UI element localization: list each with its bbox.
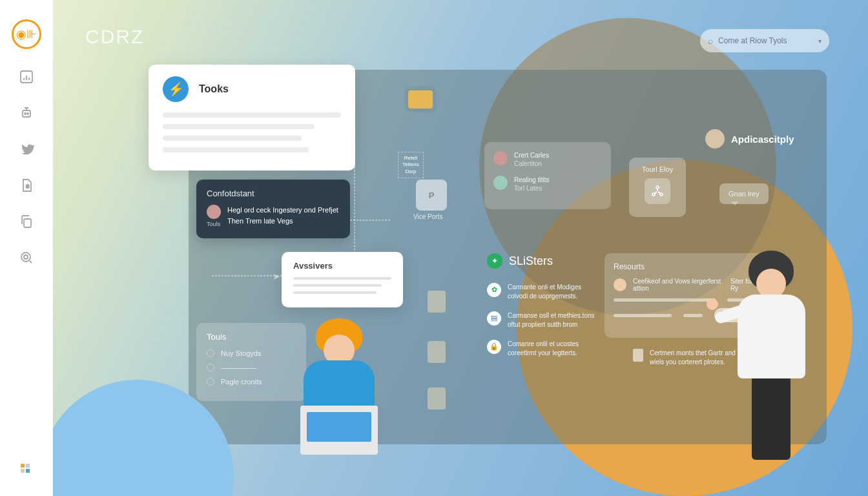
person-row[interactable]: Realing tititsTorl Lates: [493, 176, 602, 192]
card-title: Tourl Eloy: [637, 165, 678, 173]
doc-icon: [428, 341, 446, 363]
list-item[interactable]: 🔒Comanre onlil et ucostes coreetlrmt you…: [487, 340, 597, 358]
progress-bar: [683, 314, 703, 317]
doc-icon[interactable]: S: [18, 177, 35, 194]
card-title: Avssivers: [293, 261, 391, 271]
svg-point-12: [656, 186, 659, 189]
avatar: [614, 278, 626, 291]
doc-icon: [428, 388, 446, 409]
svg-rect-11: [26, 469, 30, 473]
sidebar: ◉⊪ S: [0, 0, 53, 496]
card-title: Confotdstant: [207, 189, 340, 198]
svg-rect-1: [23, 110, 30, 117]
list-item[interactable]: ✿Carmante onli et Modiges colvodi de uop…: [487, 283, 597, 301]
radio-icon: [207, 349, 214, 357]
placeholder-line: [293, 277, 391, 280]
avatar-label: Touls: [207, 220, 221, 229]
tools-list: Touls Nuy Stogyds ————— Pagle cronits: [196, 323, 306, 401]
leaf-icon: ✿: [487, 283, 501, 297]
chevron-down-icon: ▾: [818, 37, 822, 45]
svg-point-3: [27, 113, 28, 114]
illustration-person-right: [726, 251, 816, 464]
tools-card[interactable]: ⚡ Tooks: [149, 65, 355, 170]
placeholder-line: [163, 147, 309, 152]
grid-icon[interactable]: [18, 460, 35, 477]
p-label: Vice Ports: [413, 213, 442, 220]
radio-icon: [207, 378, 214, 386]
susters-list: ✿Carmante onli et Modiges colvodi de uop…: [487, 283, 597, 368]
list-item[interactable]: —————: [207, 364, 296, 371]
placeholder-line: [163, 136, 302, 141]
p-box[interactable]: P: [416, 180, 447, 211]
svg-point-7: [24, 255, 28, 259]
bolt-icon: ⚡: [163, 76, 189, 102]
avatar: [493, 151, 508, 165]
placeholder-line: [293, 291, 377, 294]
copy-icon[interactable]: [18, 213, 35, 230]
lock-icon: 🔒: [487, 340, 501, 354]
folder-icon: [408, 90, 433, 108]
radio-icon: [207, 364, 214, 371]
file-icon: ▤: [487, 311, 501, 326]
svg-rect-5: [24, 219, 31, 227]
compass-icon: ✦: [487, 253, 502, 269]
svg-rect-8: [21, 464, 25, 468]
tools-title: Tooks: [199, 83, 229, 95]
progress-bar: [614, 314, 672, 317]
connector-line: [350, 220, 390, 221]
search-icon: ⌕: [708, 36, 713, 46]
twitter-icon[interactable]: [18, 141, 35, 158]
speech-bubble[interactable]: Gnan lrey: [719, 183, 769, 204]
card-text: Hegl ord ceck Ingestery ond Prefjet Then…: [227, 205, 340, 229]
search-placeholder: Come at Riow Tyols: [718, 36, 813, 45]
connector-line: [212, 275, 282, 276]
avatar: [207, 205, 221, 219]
person-row[interactable]: Crert CarlesCalertiton: [493, 151, 602, 168]
placeholder-line: [163, 112, 341, 118]
zoom-icon[interactable]: [18, 249, 35, 266]
chart-icon[interactable]: [18, 68, 35, 85]
list-item[interactable]: Nuy Stogyds: [207, 349, 296, 357]
people-card: Crert CarlesCalertiton Realing tititsTor…: [484, 142, 611, 209]
connector-line: [354, 160, 355, 276]
page-icon: [633, 349, 643, 362]
illustration-person-left: [291, 318, 388, 493]
retell-box: Retell Tetiens Dsrp: [391, 145, 430, 185]
answers-card[interactable]: Avssivers: [282, 252, 403, 307]
list-title: Touls: [207, 332, 296, 342]
network-icon: [645, 178, 670, 204]
doc-icon: [428, 291, 446, 313]
app-logo: ◉⊪: [12, 19, 41, 49]
svg-text:S: S: [26, 183, 29, 189]
svg-point-6: [21, 253, 30, 262]
confidstant-card[interactable]: Confotdstant Touls Hegl ord ceck Ingeste…: [196, 180, 350, 238]
placeholder-line: [163, 124, 315, 129]
svg-point-2: [25, 113, 26, 114]
list-item[interactable]: ▤Carmanse osll et methies.tons oftut pro…: [487, 311, 597, 329]
progress-bar: [614, 298, 716, 302]
list-item[interactable]: Pagle cronits: [207, 378, 296, 386]
svg-rect-9: [26, 464, 30, 468]
search-box[interactable]: ⌕ Come at Riow Tyols ▾: [700, 29, 829, 52]
avatar: [493, 176, 508, 190]
placeholder-line: [293, 284, 382, 287]
avatar: [705, 129, 725, 149]
svg-rect-10: [21, 469, 25, 473]
arrow-icon: ➤: [273, 271, 280, 282]
susters-header: ✦SLiSters: [487, 253, 553, 269]
main: CDRZ ⌕ Come at Riow Tyols ▾ ⚡ Tooks Conf…: [53, 0, 868, 496]
robot-icon[interactable]: [18, 105, 35, 121]
toolbox-card[interactable]: Tourl Eloy: [629, 158, 686, 217]
apdic-user[interactable]: Apdicascitply: [705, 129, 794, 149]
